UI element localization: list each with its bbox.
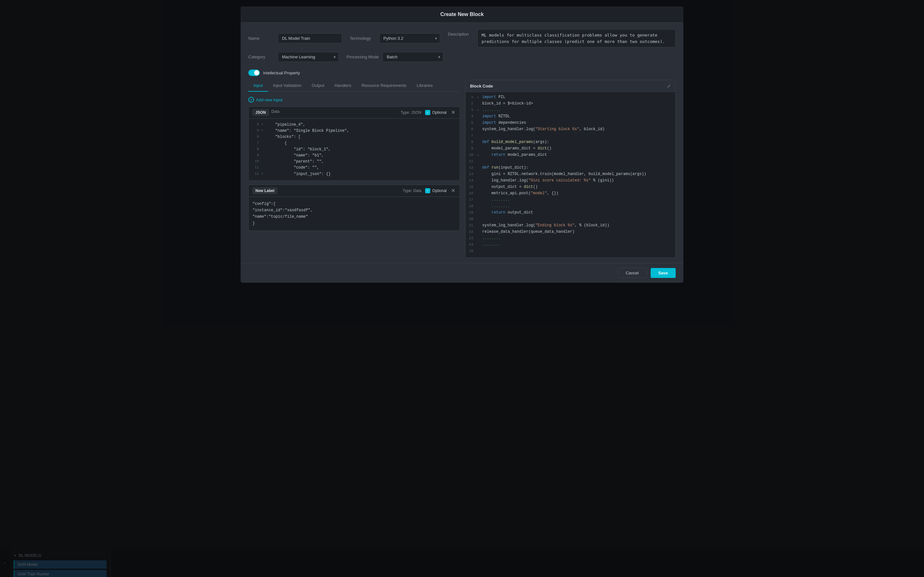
- technology-select[interactable]: Python 3.2 Python 3.8 R: [379, 33, 440, 43]
- add-input-label: Add new input: [256, 97, 282, 102]
- new-label-header: New Label Type: Data ✓ Optional ✕: [249, 185, 460, 197]
- code-line-5: 5 import dependencies: [465, 120, 675, 127]
- new-label-left: New Label: [252, 187, 277, 194]
- code-line-16: 16 metrics_api.post("model", {}): [465, 191, 675, 197]
- code-line-12: 12 def run(input_dict):: [465, 165, 675, 171]
- technology-group: Technology Python 3.2 Python 3.8 R: [350, 33, 440, 43]
- new-label-right: Type: Data ✓ Optional ✕: [403, 187, 456, 194]
- code-line-9: 9 model_params_dict = dict(): [465, 146, 675, 152]
- code-line-23: 23 ........: [465, 235, 675, 242]
- tab-resource[interactable]: Resource Requirements: [357, 80, 412, 92]
- ip-row: Intellectual Property: [241, 69, 683, 80]
- ip-label: Intellectual Property: [263, 71, 300, 75]
- new-label-checkbox-checked: ✓: [425, 188, 430, 193]
- category-group: Category Machine Learning Deep Learning …: [248, 52, 339, 62]
- block-code-header: Block Code ⤢: [465, 80, 675, 92]
- tab-handlers[interactable]: Handlers: [330, 80, 357, 92]
- json-close-button[interactable]: ✕: [451, 109, 456, 116]
- tab-input-validation[interactable]: Input Validation: [268, 80, 307, 92]
- code-line-4: 4 import RZTDL: [465, 114, 675, 120]
- create-block-modal: Create New Block Name Technology: [241, 6, 683, 283]
- code-line-6: 6 system_log_handler.log("Starting block…: [465, 127, 675, 133]
- expand-icon[interactable]: ⤢: [667, 83, 671, 89]
- save-button[interactable]: Save: [651, 268, 676, 278]
- block-code-panel: Block Code ⤢ 1 ▾ import PIL 2 block_id =…: [465, 80, 676, 258]
- content-area: Input Input Validation Output Handlers R…: [241, 80, 683, 263]
- code-line-19: 19 return output_dict: [465, 210, 675, 216]
- new-label-code-line: }: [252, 220, 456, 227]
- code-line-1: 1 ▾ import PIL: [465, 95, 675, 101]
- new-label-close-button[interactable]: ✕: [451, 187, 456, 194]
- code-line-24: 24 ........: [465, 242, 675, 248]
- code-line-3: 3 ▾ ........: [465, 107, 675, 114]
- category-select-wrapper: Machine Learning Deep Learning NLP: [278, 52, 339, 62]
- modal-footer: Cancel Save: [241, 263, 683, 283]
- code-line-17: 17 ........: [465, 197, 675, 203]
- code-line-21: 21 system_log_handler.log("Ending block …: [465, 223, 675, 229]
- json-optional-checkbox[interactable]: ✓ Optional: [425, 110, 447, 115]
- json-data-label: Data: [271, 109, 279, 114]
- json-type-badge: JSON: [252, 109, 269, 116]
- processing-mode-group: Processing Mode Batch Stream Micro-batch: [347, 52, 443, 62]
- add-new-input-button[interactable]: + Add new input: [248, 95, 282, 106]
- description-label: Description: [448, 29, 473, 37]
- code-line-18: 18 ........: [465, 203, 675, 210]
- code-line-20: 20: [465, 216, 675, 223]
- json-optional-label: Optional: [432, 110, 447, 115]
- input-panel: + Add new input JSON Data: [248, 92, 460, 258]
- new-label-code: "config":{: [252, 201, 456, 207]
- new-label-code-line: "instance_id":"xasdfasdf",: [252, 207, 456, 213]
- category-label: Category: [248, 55, 274, 59]
- new-label-type-badge: New Label: [252, 187, 277, 194]
- add-input-icon: +: [248, 97, 254, 103]
- new-label-content: "config":{ "instance_id":"xasdfasdf", "n…: [249, 197, 460, 231]
- modal-title: Create New Block: [440, 11, 483, 17]
- json-checkbox-checked: ✓: [425, 110, 430, 115]
- code-line-13: 13 gini = RZTDL.network.train(model_hand…: [465, 171, 675, 178]
- code-line-8: 8 def build_model_params(args):: [465, 139, 675, 146]
- processing-mode-label: Processing Mode: [347, 55, 379, 59]
- json-card-content: 5▸ "pipeline_4", 5▸ "name": "Single Bloc…: [249, 119, 460, 181]
- tab-output[interactable]: Output: [307, 80, 330, 92]
- tab-input[interactable]: Input: [248, 80, 268, 92]
- code-line-2: 2 block_id = $<block-id>: [465, 101, 675, 107]
- json-input-card: JSON Data Type: JSON ✓ Optional ✕: [248, 106, 460, 181]
- block-code-title: Block Code: [470, 84, 493, 89]
- processing-mode-select-wrapper: Batch Stream Micro-batch: [383, 52, 443, 62]
- ip-toggle[interactable]: [248, 69, 260, 76]
- code-line-15: 15 output_dict = dict(): [465, 184, 675, 191]
- technology-select-wrapper: Python 3.2 Python 3.8 R: [379, 33, 440, 43]
- json-card-header: JSON Data Type: JSON ✓ Optional ✕: [249, 107, 460, 119]
- name-input[interactable]: [278, 33, 342, 43]
- name-label: Name: [248, 36, 274, 41]
- code-line-10: 10 ▾ return model_params_dict: [465, 152, 675, 159]
- code-editor[interactable]: 1 ▾ import PIL 2 block_id = $<block-id> …: [465, 92, 675, 258]
- json-card-right: Type: JSON ✓ Optional ✕: [401, 109, 456, 116]
- new-label-code-line: "name":"topic/file_name": [252, 213, 456, 220]
- code-line-22: 22 release_data_handler(queue_data_handl…: [465, 229, 675, 235]
- json-code-block: 5▸ "pipeline_4", 5▸ "name": "Single Bloc…: [252, 122, 456, 177]
- new-label-type-label: Type: Data: [403, 189, 421, 193]
- technology-label: Technology: [350, 36, 375, 41]
- new-label-card: New Label Type: Data ✓ Optional ✕: [248, 185, 460, 231]
- left-panel: Input Input Validation Output Handlers R…: [248, 80, 460, 258]
- tabs: Input Input Validation Output Handlers R…: [248, 80, 460, 92]
- code-line-7: 7: [465, 133, 675, 139]
- category-select[interactable]: Machine Learning Deep Learning NLP: [278, 52, 339, 62]
- new-label-optional-label: Optional: [432, 189, 447, 193]
- json-type-label: Type: JSON: [401, 110, 422, 115]
- description-textarea[interactable]: ML models for multiclass classification …: [477, 29, 676, 47]
- modal-body: Name Technology Python 3.2 Python 3.8 R: [241, 23, 683, 263]
- code-line-14: 14 log_handler.log("Gini score calculate…: [465, 178, 675, 184]
- name-group: Name: [248, 33, 342, 43]
- modal-header: Create New Block: [241, 6, 683, 23]
- cancel-button[interactable]: Cancel: [618, 268, 646, 278]
- description-group: Description ML models for multiclass cla…: [448, 29, 676, 47]
- tab-libraries[interactable]: Libraries: [412, 80, 438, 92]
- code-line-11: 11: [465, 159, 675, 165]
- processing-mode-select[interactable]: Batch Stream Micro-batch: [383, 52, 443, 62]
- new-label-optional-checkbox[interactable]: ✓ Optional: [425, 188, 447, 193]
- code-line-25: 25: [465, 248, 675, 255]
- json-card-left: JSON Data: [252, 109, 279, 116]
